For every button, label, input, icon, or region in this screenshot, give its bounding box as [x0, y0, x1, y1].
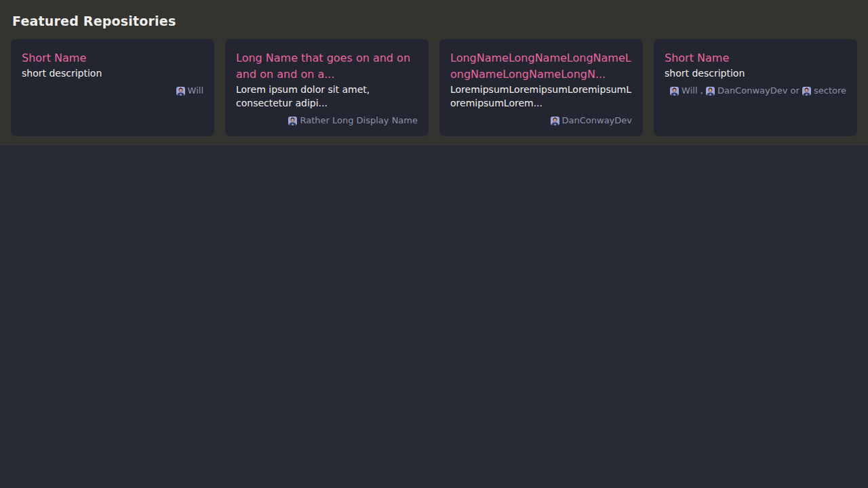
- author-avatar-icon: [670, 87, 679, 96]
- author-name: Will: [188, 85, 203, 96]
- repo-author-link[interactable]: Will: [670, 85, 697, 96]
- page-title: Featured Repositories: [12, 14, 857, 29]
- repo-title[interactable]: Short Name: [22, 50, 203, 66]
- repo-description: LoremipsumLoremipsumLoremipsumLoremipsum…: [450, 83, 632, 110]
- featured-repositories-section: Featured Repositories Short Name short d…: [0, 0, 868, 146]
- repo-card[interactable]: Long Name that goes on and on and on and…: [225, 39, 429, 136]
- author-avatar-icon: [288, 117, 297, 125]
- repo-card[interactable]: Short Name short description Will: [11, 39, 214, 136]
- repo-author-link[interactable]: DanConwayDev: [706, 85, 787, 96]
- repo-author-link[interactable]: sectore: [802, 85, 846, 96]
- author-avatar-icon: [176, 87, 185, 96]
- repo-title[interactable]: Long Name that goes on and on and on and…: [236, 50, 418, 83]
- author-name: DanConwayDev: [717, 85, 787, 96]
- repo-card[interactable]: LongNameLongNameLongNameLongNameLongName…: [439, 39, 643, 136]
- author-separator: or: [787, 85, 802, 96]
- author-name: DanConwayDev: [562, 115, 632, 126]
- repo-description: Lorem ipsum dolor sit amet, consectetur …: [236, 83, 418, 110]
- repo-authors-line: Will , DanConwayDev or sectore: [665, 85, 846, 96]
- repo-author-link[interactable]: DanConwayDev: [551, 115, 632, 126]
- repo-title[interactable]: LongNameLongNameLongNameLongNameLongName…: [450, 50, 632, 83]
- repo-description: short description: [22, 66, 203, 80]
- repo-cards-row: Short Name short description Will Long N…: [11, 39, 857, 136]
- repo-authors-line: DanConwayDev: [450, 115, 632, 126]
- author-name: Will: [682, 85, 697, 96]
- repo-author-link[interactable]: Rather Long Display Name: [288, 115, 418, 126]
- page-background: [0, 146, 868, 488]
- repo-card[interactable]: Short Name short description Will , DanC…: [654, 39, 857, 136]
- repo-title[interactable]: Short Name: [665, 50, 846, 66]
- author-avatar-icon: [551, 117, 559, 125]
- repo-description: short description: [665, 66, 846, 80]
- author-avatar-icon: [706, 87, 715, 96]
- repo-authors-line: Will: [22, 85, 203, 96]
- author-avatar-icon: [802, 87, 811, 96]
- repo-authors-line: Rather Long Display Name: [236, 115, 418, 126]
- author-separator: ,: [698, 85, 706, 96]
- author-name: sectore: [814, 85, 846, 96]
- author-name: Rather Long Display Name: [300, 115, 418, 126]
- repo-author-link[interactable]: Will: [176, 85, 203, 96]
